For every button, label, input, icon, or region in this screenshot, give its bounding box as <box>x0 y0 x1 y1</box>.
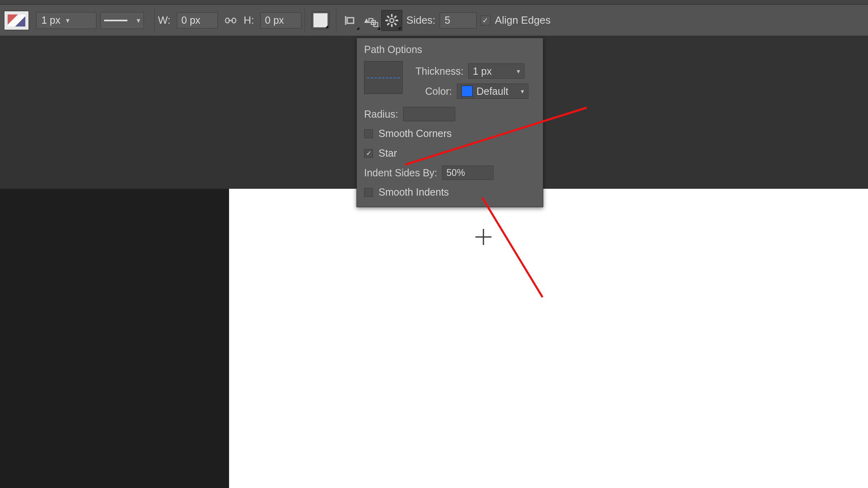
indent-input[interactable] <box>442 165 493 180</box>
thickness-label: Thickness: <box>416 65 463 77</box>
tool-preset-thumbnail[interactable] <box>4 11 29 30</box>
star-row: ✓ Star <box>357 143 543 163</box>
path-options-panel: Path Options Thickness: 1 px ▾ Color: De… <box>356 38 543 207</box>
path-options-gear-button[interactable] <box>381 10 402 31</box>
radius-row: Radius: <box>357 104 543 124</box>
height-label: H: <box>244 14 254 27</box>
checkmark-icon: ✓ <box>366 149 371 157</box>
chevron-down-icon: ▾ <box>137 16 140 25</box>
checkmark-icon: ✓ <box>482 17 488 24</box>
chevron-down-icon: ▾ <box>66 16 70 25</box>
radius-label: Radius: <box>364 108 398 120</box>
line-icon <box>104 20 127 21</box>
radius-input[interactable] <box>403 107 455 121</box>
svg-rect-11 <box>385 20 388 21</box>
thickness-dropdown[interactable]: 1 px ▾ <box>468 63 524 79</box>
indent-row: Indent Sides By: <box>357 163 543 182</box>
smooth-corners-label: Smooth Corners <box>379 128 452 139</box>
width-input[interactable] <box>177 12 218 29</box>
smooth-corners-checkbox[interactable] <box>364 129 373 138</box>
separator <box>305 8 305 33</box>
separator <box>336 8 336 33</box>
svg-rect-3 <box>347 18 354 23</box>
stroke-style-dropdown[interactable]: ▾ <box>100 12 144 29</box>
options-bar: 1 px ▾ ▾ W: H: <box>0 5 868 36</box>
color-dropdown[interactable]: Default ▾ <box>457 84 528 99</box>
path-arrangement-button[interactable] <box>360 10 381 31</box>
svg-rect-9 <box>391 14 393 17</box>
link-wh-icon[interactable] <box>222 12 240 29</box>
svg-marker-4 <box>365 19 368 22</box>
path-alignment-button[interactable] <box>340 10 360 31</box>
chevron-down-icon: ▾ <box>521 88 524 95</box>
star-label: Star <box>379 147 397 159</box>
panel-title: Path Options <box>357 38 543 59</box>
smooth-indents-checkbox[interactable] <box>364 188 373 197</box>
path-preview-thumbnail[interactable] <box>364 61 403 94</box>
svg-rect-13 <box>394 15 397 18</box>
color-label: Color: <box>425 86 452 97</box>
indent-label: Indent Sides By: <box>364 167 437 179</box>
stroke-width-value: 1 px <box>41 14 60 26</box>
align-edges-checkbox[interactable]: ✓ <box>481 16 490 25</box>
sides-label: Sides: <box>406 14 435 27</box>
smooth-indents-label: Smooth Indents <box>379 186 449 198</box>
align-edges-label: Align Edges <box>495 14 551 27</box>
sides-input[interactable] <box>440 12 477 29</box>
thickness-row: Thickness: 1 px ▾ <box>408 61 543 81</box>
svg-rect-16 <box>394 22 397 25</box>
color-chip-icon <box>461 86 473 97</box>
smooth-corners-row: Smooth Corners <box>357 124 543 143</box>
width-label: W: <box>158 14 170 27</box>
color-row: Color: Default ▾ <box>408 81 543 101</box>
chevron-down-icon: ▾ <box>517 67 520 75</box>
svg-rect-15 <box>387 15 390 18</box>
separator <box>154 8 155 33</box>
stroke-width-dropdown[interactable]: 1 px ▾ <box>36 12 96 29</box>
thickness-value: 1 px <box>473 65 491 77</box>
color-value: Default <box>477 86 508 97</box>
width-height-group: W: H: <box>158 12 301 29</box>
window-top-strip <box>0 0 868 5</box>
smooth-indents-row: Smooth Indents <box>357 182 543 202</box>
svg-rect-10 <box>391 24 393 27</box>
align-edges-group: ✓ Align Edges <box>481 14 551 27</box>
svg-point-8 <box>390 18 394 22</box>
svg-rect-12 <box>395 20 398 21</box>
document-canvas[interactable] <box>229 189 868 488</box>
svg-rect-14 <box>387 22 390 25</box>
fill-color-swatch[interactable] <box>311 11 330 29</box>
star-checkbox[interactable]: ✓ <box>364 149 373 158</box>
sides-group: Sides: <box>406 12 476 29</box>
height-input[interactable] <box>260 12 301 29</box>
